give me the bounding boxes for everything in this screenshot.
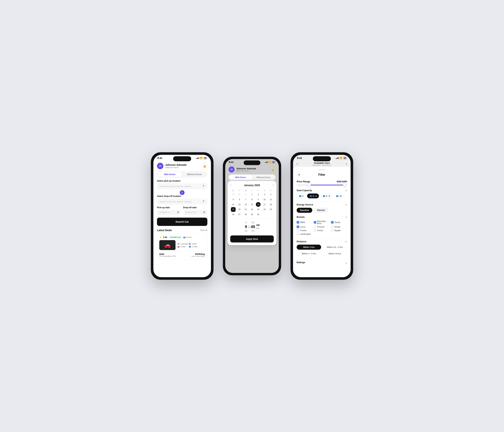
cal-day-17[interactable]: 17 bbox=[262, 202, 267, 207]
seat-capacity-header: Seat Capacity ∧ bbox=[297, 189, 347, 192]
cal-day-2[interactable]: 2 bbox=[256, 192, 261, 197]
cal-day-14[interactable]: 14 bbox=[243, 202, 248, 207]
next-month-button[interactable]: › bbox=[273, 184, 274, 187]
cal-day-1[interactable]: 1 bbox=[250, 192, 254, 197]
cal-day-12[interactable]: 12 bbox=[231, 202, 236, 207]
hour-current[interactable]: 9 bbox=[245, 225, 247, 229]
seat-option-gt6[interactable]: 👥 >6 bbox=[334, 194, 344, 198]
cal-day-16-today[interactable]: 16 bbox=[256, 202, 261, 207]
cal-day-31prev[interactable]: 31 bbox=[243, 192, 248, 197]
spec-fuel: ⛽ :Diesel bbox=[189, 243, 200, 245]
price-slider-thumb-left[interactable] bbox=[308, 183, 311, 187]
minute-current[interactable]: 45 bbox=[251, 225, 255, 229]
apply-now-button[interactable]: Apply Now bbox=[230, 235, 274, 243]
calendar-icon-pickup: 📅 bbox=[177, 212, 179, 214]
cal-day-27[interactable]: 27 bbox=[237, 212, 242, 217]
cal-day-6[interactable]: 6 bbox=[237, 197, 242, 202]
cal-day-25[interactable]: 25 bbox=[268, 207, 273, 212]
seat-option-2[interactable]: 👥 2 bbox=[297, 194, 306, 198]
cal-day-30prev[interactable]: 30 bbox=[237, 192, 242, 197]
pm-option[interactable]: PM bbox=[256, 227, 260, 230]
cal-day-28[interactable]: 28 bbox=[243, 212, 248, 217]
p2-tab-with-driver[interactable]: With Driver bbox=[229, 175, 252, 180]
search-car-button[interactable]: Search Car bbox=[157, 218, 207, 226]
price-slider-track[interactable] bbox=[297, 185, 347, 185]
nav-title: Available Cars bbox=[312, 162, 331, 164]
seat-option-5-6[interactable]: 👥 5 - 6 bbox=[320, 194, 332, 198]
cal-day-29[interactable]: 29 bbox=[250, 212, 254, 217]
checkbox-mercedes[interactable]: ✓ bbox=[314, 221, 316, 224]
price-slider-thumb-right[interactable] bbox=[343, 183, 346, 187]
close-filter-button[interactable]: ✕ bbox=[297, 172, 302, 177]
energy-gasoline[interactable]: Gasoline bbox=[297, 208, 312, 213]
prev-month-button[interactable]: ‹ bbox=[230, 184, 231, 187]
p2-bell-button[interactable]: 🔔 bbox=[270, 167, 275, 172]
dropoff-input[interactable]: Search for houses, airports, eateries 📍 bbox=[157, 198, 207, 205]
back-button[interactable]: ‹ bbox=[297, 162, 298, 166]
pickup-date-input[interactable]: DD/MM/YYYY 📅 bbox=[157, 210, 181, 215]
checkbox-toyota[interactable]: ✓ bbox=[331, 221, 333, 224]
view-all-link[interactable]: View all bbox=[200, 229, 207, 232]
nav-subtitle[interactable]: 16/01/2025 - 19/01/2025 ▾ bbox=[312, 164, 331, 166]
cal-day-15[interactable]: 15 bbox=[250, 202, 254, 207]
cal-day-23[interactable]: 23 bbox=[256, 207, 261, 212]
cal-day-11[interactable]: 11 bbox=[268, 197, 273, 202]
phone-2-screen: 9:41 📶 80 JA Johnson Adewale bbox=[225, 159, 279, 273]
cal-day-21[interactable]: 21 bbox=[243, 207, 248, 212]
checkbox-bmw[interactable]: ✓ bbox=[297, 221, 299, 224]
total-price: Total 4 days ($800) bbox=[191, 255, 205, 257]
hour-above: 8 bbox=[245, 221, 247, 224]
cal-day-29prev[interactable]: 29 bbox=[231, 192, 236, 197]
cal-day-13[interactable]: 13 bbox=[237, 202, 242, 207]
favorite-icon[interactable]: ♡ bbox=[203, 236, 205, 239]
seat-option-3-4[interactable]: 👥 3 - 4 bbox=[307, 194, 319, 198]
connector-dot: ⇅ bbox=[180, 190, 184, 195]
distance-4-5km[interactable]: Within 4 - 5 Km bbox=[297, 251, 321, 256]
cal-day-10[interactable]: 10 bbox=[262, 197, 267, 202]
cal-day-30[interactable]: 30 bbox=[256, 212, 261, 217]
tab-without-driver[interactable]: Without Driver bbox=[182, 172, 207, 177]
day-header-w: W bbox=[243, 189, 249, 192]
p2-header: JA Johnson Adewale Welcome back! 🔔 bbox=[225, 164, 279, 174]
cal-day-26[interactable]: 26 bbox=[231, 212, 236, 217]
checkbox-lexus[interactable]: ✓ bbox=[297, 225, 299, 228]
distance-10km[interactable]: Within 10 Km bbox=[323, 251, 347, 256]
checkbox-tundra[interactable] bbox=[297, 229, 299, 232]
cal-day-8[interactable]: 8 bbox=[250, 197, 254, 202]
status-icons-3: 📶 80 bbox=[336, 157, 347, 159]
cal-day-7[interactable]: 7 bbox=[243, 197, 248, 202]
cal-day-24[interactable]: 24 bbox=[262, 207, 267, 212]
dropoff-date-input[interactable]: DD/MM/YYYY 📅 bbox=[183, 210, 207, 215]
battery-label-2: 80 bbox=[272, 161, 275, 163]
distance-1km[interactable]: Within 1 Km bbox=[297, 245, 321, 250]
distance-2-3km[interactable]: Within 2.5 - 3 Km bbox=[323, 245, 347, 250]
phone-2: 9:41 📶 80 JA Johnson Adewale bbox=[223, 157, 281, 275]
checkbox-lamborghini[interactable] bbox=[297, 233, 299, 235]
cal-day-4[interactable]: 4 bbox=[268, 192, 273, 197]
price-info: $200/day Total 4 days ($800) bbox=[191, 253, 205, 257]
notch-3 bbox=[313, 156, 331, 161]
forward-button[interactable]: › bbox=[346, 162, 347, 166]
p1-bell-button[interactable]: 🔔 bbox=[202, 163, 207, 169]
cal-day-19-selected[interactable]: 19 bbox=[231, 207, 236, 212]
tab-with-driver[interactable]: With Driver bbox=[158, 172, 182, 177]
pickup-input[interactable]: Search for houses, airports, eateries 📍 bbox=[157, 183, 207, 189]
am-option[interactable]: AM bbox=[256, 224, 260, 226]
checkbox-honda[interactable] bbox=[331, 225, 333, 228]
cal-day-3[interactable]: 3 bbox=[262, 192, 267, 197]
checkbox-porsche[interactable] bbox=[314, 225, 316, 228]
p2-user-name: Johnson Adewale bbox=[236, 167, 270, 170]
cal-day-20[interactable]: 20 bbox=[237, 207, 242, 212]
seats-icon: 👥 bbox=[189, 245, 191, 248]
day-header-f: F bbox=[255, 189, 261, 192]
energy-electric[interactable]: Electric bbox=[314, 208, 328, 213]
p2-tab-without-driver[interactable]: Without Driver bbox=[252, 175, 275, 180]
minute-below: 50 bbox=[252, 229, 254, 232]
distance-header: Distance ∧ bbox=[297, 240, 347, 243]
cal-day-18[interactable]: 18 bbox=[268, 202, 273, 207]
cal-day-22[interactable]: 22 bbox=[250, 207, 254, 212]
checkbox-bugatti[interactable] bbox=[331, 229, 333, 232]
checkbox-ferrari[interactable] bbox=[314, 229, 316, 232]
cal-day-9[interactable]: 9 bbox=[256, 197, 261, 202]
cal-day-5[interactable]: 5 bbox=[231, 197, 236, 202]
